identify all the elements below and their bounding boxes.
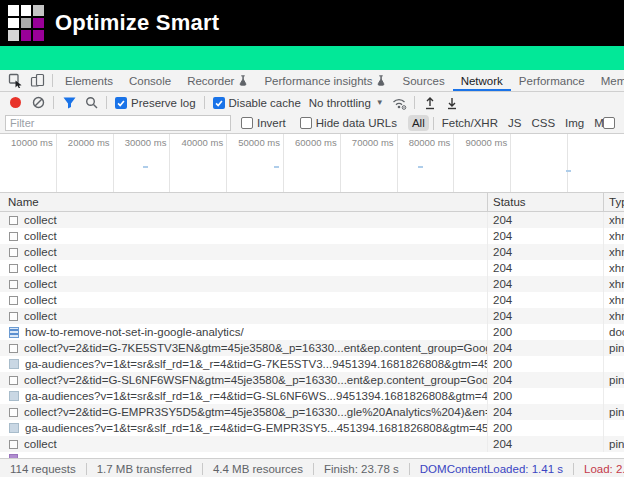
request-name: collect: [24, 294, 57, 306]
request-row[interactable]: ga-audiences?v=1&t=sr&slf_rd=1&_r=4&tid=…: [0, 388, 624, 404]
filter-chip[interactable]: All: [408, 115, 429, 131]
blocked-cookies-checkbox[interactable]: [603, 117, 615, 129]
checkbox-checked-icon: [115, 97, 127, 109]
checkbox-unchecked-icon: [241, 117, 253, 129]
divider: [53, 96, 54, 109]
request-row[interactable]: collect 204 xhr: [0, 244, 624, 260]
devtools-tab[interactable]: Console: [121, 70, 179, 91]
filter-input[interactable]: [5, 115, 231, 131]
network-overview[interactable]: 10000 ms20000 ms30000 ms40000 ms50000 ms…: [0, 134, 624, 193]
checkbox-checked-icon: [213, 97, 225, 109]
filter-chip[interactable]: Media: [590, 115, 603, 131]
devtools-tab[interactable]: Performance: [511, 70, 593, 91]
filter-chip[interactable]: JS: [504, 115, 525, 131]
request-status: 200: [488, 420, 604, 436]
request-row[interactable]: collect 204 xhr: [0, 260, 624, 276]
logo-square: [8, 18, 19, 29]
column-header-name[interactable]: Name: [0, 193, 488, 211]
request-type: ping: [604, 404, 624, 420]
request-name: collect?v=2&tid=G-SL6NF6WSFN&gtm=45je358…: [24, 374, 487, 386]
ruler-tick-label: 30000 ms: [114, 134, 171, 192]
tab-label: Elements: [65, 75, 113, 87]
request-row[interactable]: collect 204 xhr: [0, 292, 624, 308]
hide-data-urls-label: Hide data URLs: [316, 117, 397, 129]
preserve-log-checkbox[interactable]: Preserve log: [115, 97, 196, 109]
logo-square: [33, 5, 44, 16]
request-type-icon: [9, 359, 19, 369]
devtools-tab[interactable]: Sources: [394, 70, 452, 91]
request-name: collect: [24, 438, 57, 450]
ruler-tick-label: [568, 134, 624, 192]
request-row[interactable]: how-to-remove-not-set-in-google-analytic…: [0, 324, 624, 340]
devtools-tabbar: Elements Console Recorder Perfor: [0, 70, 624, 92]
request-name: ga-audiences?v=1&t=sr&slf_rd=1&_r=4&tid=…: [25, 390, 487, 402]
request-row[interactable]: collect 204 xhr: [0, 308, 624, 324]
request-status: 204: [488, 292, 604, 308]
request-row[interactable]: collect?v=2&tid=G-SL6NF6WSFN&gtm=45je358…: [0, 372, 624, 388]
disable-cache-checkbox[interactable]: Disable cache: [213, 97, 301, 109]
request-row[interactable]: collect 204 xhr: [0, 228, 624, 244]
request-type: ping: [604, 340, 624, 356]
import-har-icon[interactable]: [419, 94, 441, 112]
devtools-tab[interactable]: Recorder: [179, 70, 256, 91]
tab-label: Recorder: [187, 75, 234, 87]
site-title: Optimize Smart: [55, 10, 219, 36]
filter-chip[interactable]: Fetch/XHR: [438, 115, 502, 131]
request-row[interactable]: collect 204 ping: [0, 436, 624, 452]
site-logo-icon: [8, 5, 44, 41]
request-name: how-to-remove-not-set-in-google-analytic…: [25, 326, 244, 338]
column-header-type[interactable]: Type: [604, 193, 624, 211]
site-logo-link[interactable]: Optimize Smart: [8, 5, 219, 41]
record-button[interactable]: [10, 97, 21, 108]
request-row[interactable]: ga-audiences?v=1&t=sr&slf_rd=1&_r=4&tid=…: [0, 356, 624, 372]
column-header-status[interactable]: Status: [488, 193, 604, 211]
device-toolbar-icon[interactable]: [26, 72, 48, 90]
request-type: [604, 388, 624, 404]
request-name: collect: [24, 278, 57, 290]
divider: [52, 74, 53, 87]
hide-data-urls-checkbox[interactable]: Hide data URLs: [300, 117, 397, 129]
throttling-select[interactable]: No throttling ▼: [305, 97, 388, 109]
filter-chip[interactable]: Img: [561, 115, 588, 131]
request-type-icon: [9, 216, 18, 225]
request-status: 200: [488, 388, 604, 404]
request-type-icon: [9, 391, 19, 401]
request-type: xhr: [604, 308, 624, 324]
filter-funnel-icon[interactable]: [58, 94, 80, 112]
request-type-icon: [9, 344, 18, 353]
request-row[interactable]: collect 204 xhr: [0, 276, 624, 292]
divider: [414, 96, 415, 109]
tab-label: Memory: [601, 75, 624, 87]
tab-label: Performance: [519, 75, 585, 87]
request-type: xhr: [604, 260, 624, 276]
export-har-icon[interactable]: [441, 94, 463, 112]
devtools-tab[interactable]: Network: [453, 70, 511, 91]
request-row[interactable]: collect 204 xhr: [0, 212, 624, 228]
waterfall-mark: [566, 170, 571, 172]
experiment-flask-icon: [238, 75, 248, 86]
inspect-element-icon[interactable]: [4, 72, 26, 90]
filter-chip[interactable]: CSS: [527, 115, 559, 131]
devtools-tab[interactable]: Memory: [593, 70, 624, 91]
devtools-tab[interactable]: Performance insights: [256, 70, 394, 91]
request-type-icon: [9, 423, 19, 433]
request-row[interactable]: collect?v=2&tid=G-7KE5STV3EN&gtm=45je358…: [0, 340, 624, 356]
ruler-tick-label: 10000 ms: [0, 134, 57, 192]
request-type-icon: [9, 454, 18, 458]
request-status: 204: [488, 212, 604, 228]
tab-label: Sources: [402, 75, 444, 87]
network-conditions-icon[interactable]: [388, 94, 410, 112]
request-row[interactable]: ga-audiences?v=1&t=sr&slf_rd=1&_r=4&tid=…: [0, 420, 624, 436]
request-type-icon: [9, 408, 18, 417]
request-row[interactable]: collect?v=2&tid=G-EMPR3SY5D5&gtm=45je358…: [0, 404, 624, 420]
chevron-down-icon: ▼: [376, 98, 384, 107]
request-type-icon: [9, 312, 18, 321]
ruler-tick-label: [511, 134, 568, 192]
request-status: 200: [488, 356, 604, 372]
devtools-tab[interactable]: Elements: [57, 70, 121, 91]
request-type: [604, 420, 624, 436]
clear-network-log-icon[interactable]: [27, 94, 49, 112]
search-icon[interactable]: [80, 94, 102, 112]
invert-checkbox[interactable]: Invert: [241, 117, 286, 129]
logo-square: [21, 18, 32, 29]
